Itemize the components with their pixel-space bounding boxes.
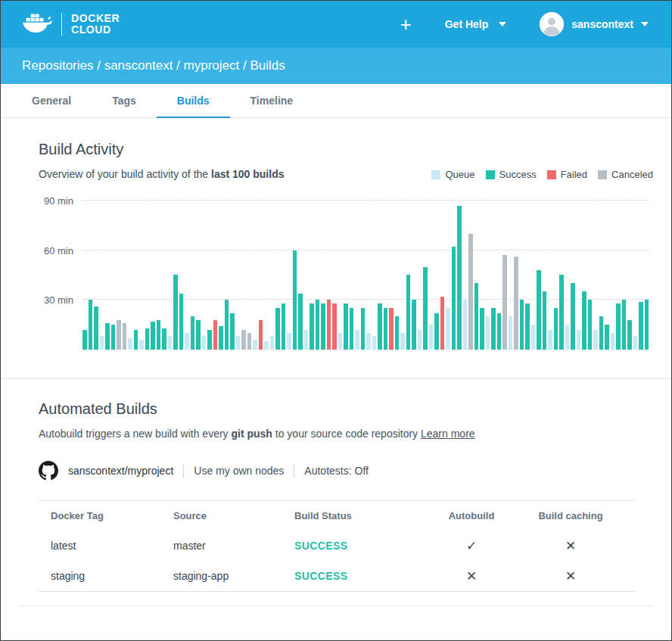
chart-bar-queue <box>355 330 359 350</box>
build-activity-chart: 90 min 60 min 30 min <box>39 192 653 350</box>
table-row[interactable]: latest master SUCCESS ✓ ✕ <box>39 531 635 561</box>
chart-bar-success <box>412 300 416 350</box>
source-repo-row: sanscontext/myproject Use my own nodes A… <box>39 461 635 481</box>
subtitle-bold: last 100 builds <box>211 168 284 180</box>
chart-bar-success <box>434 313 439 350</box>
get-help-label: Get Help <box>445 18 489 30</box>
chart-bar-success <box>191 316 195 350</box>
chart-bar-queue <box>236 336 241 350</box>
col-build-caching: Build caching <box>514 510 627 521</box>
chart-bar-success <box>89 300 93 350</box>
desc-suffix: to your source code repository <box>272 428 421 440</box>
chevron-down-icon <box>641 22 649 26</box>
automated-builds-title: Automated Builds <box>39 400 635 418</box>
chart-bar-success <box>344 303 348 350</box>
build-activity-title: Build Activity <box>39 141 653 158</box>
chart-bar-success <box>497 313 502 350</box>
docker-whale-icon <box>20 11 52 38</box>
user-menu[interactable]: sanscontext <box>540 12 649 36</box>
chart-bar-success <box>105 323 110 350</box>
col-source: Source <box>173 510 294 521</box>
tab-general[interactable]: General <box>11 84 92 118</box>
subtitle-prefix: Overview of your build activity of the <box>39 168 211 180</box>
table-row[interactable]: staging staging-app SUCCESS ✕ ✕ <box>39 561 635 591</box>
chart-bar-success <box>230 313 235 350</box>
repo-name[interactable]: sanscontext/myproject <box>68 465 173 477</box>
chart-bar-success <box>196 320 201 350</box>
get-help-menu[interactable]: Get Help <box>445 18 507 30</box>
docker-tag-cell: latest <box>51 540 173 552</box>
chart-bar-queue <box>270 336 275 350</box>
col-autobuild: Autobuild <box>429 510 514 521</box>
chart-bar-success <box>173 275 178 350</box>
brand-line2: CLOUD <box>71 24 120 36</box>
build-caching-cross-icon[interactable]: ✕ <box>514 568 627 584</box>
builds-table: Docker Tag Source Build Status Autobuild… <box>39 500 635 592</box>
chart-bar-success <box>474 283 479 350</box>
chart-bar-success <box>622 300 627 350</box>
chart-bar-canceled <box>247 333 252 350</box>
chart-bar-queue <box>446 308 450 350</box>
chart-bar-failed <box>332 303 337 350</box>
chart-bar-queue <box>429 325 434 350</box>
tab-bar: General Tags Builds Timeline <box>1 84 671 118</box>
topbar-actions: + Get Help sanscontext <box>400 12 649 36</box>
chart-bar-success <box>134 330 138 350</box>
chart-bar-queue <box>565 325 570 350</box>
build-status-cell: SUCCESS <box>294 540 429 552</box>
chart-bar-queue <box>611 333 615 350</box>
source-cell: master <box>173 540 294 552</box>
chart-bar-success <box>639 302 643 350</box>
chart-bar-success <box>452 247 456 350</box>
chart-bar-success <box>605 325 609 350</box>
legend-swatch <box>598 170 607 179</box>
chart-bar-success <box>82 330 87 350</box>
chart-bar-queue <box>128 338 132 350</box>
automated-builds-section: Automated Builds Autobuild triggers a ne… <box>1 379 671 592</box>
chart-bar-success <box>520 300 524 350</box>
y-tick-90: 90 min <box>39 195 73 207</box>
chart-bar-queue <box>509 316 513 350</box>
chart-bar-queue <box>304 330 309 350</box>
chart-bar-canceled <box>241 330 246 350</box>
chart-bar-success <box>282 303 286 350</box>
bottom-divider <box>19 605 653 606</box>
chart-bar-success <box>219 326 223 350</box>
chart-bar-success <box>480 308 484 350</box>
chart-bar-success <box>457 206 462 350</box>
y-tick-60: 60 min <box>39 245 73 257</box>
col-docker-tag: Docker Tag <box>51 510 173 521</box>
chart-bar-failed <box>259 320 263 350</box>
y-tick-30: 30 min <box>39 294 73 306</box>
chart-bar-success <box>554 308 558 350</box>
col-build-status: Build Status <box>294 510 429 521</box>
tab-builds[interactable]: Builds <box>157 84 230 118</box>
docker-cloud-logo[interactable]: DOCKER CLOUD <box>20 11 120 38</box>
autobuild-cross-icon[interactable]: ✕ <box>429 568 514 584</box>
chart-bar-failed <box>213 320 218 350</box>
docker-tag-cell: staging <box>51 570 173 582</box>
chart-bar-success <box>627 320 632 350</box>
autotests-status[interactable]: Autotests: Off <box>304 465 369 477</box>
chart-bar-success <box>588 300 593 350</box>
build-caching-cross-icon[interactable]: ✕ <box>514 538 627 554</box>
automated-builds-description: Autobuild triggers a new build with ever… <box>39 428 635 440</box>
breadcrumb[interactable]: Repositories / sanscontext / myproject /… <box>22 58 285 73</box>
chart-bar-queue <box>264 341 269 350</box>
desc-bold: git push <box>231 428 272 440</box>
chart-bar-success <box>423 267 428 350</box>
chart-bar-queue <box>139 340 144 350</box>
use-own-nodes-link[interactable]: Use my own nodes <box>194 465 284 477</box>
legend-item: Success <box>486 169 537 180</box>
chart-bar-queue <box>168 336 173 350</box>
chart-bar-failed <box>389 308 394 350</box>
tab-timeline[interactable]: Timeline <box>230 84 314 118</box>
brand-line1: DOCKER <box>71 13 120 24</box>
learn-more-link[interactable]: Learn more <box>421 428 475 440</box>
autobuild-check-icon[interactable]: ✓ <box>429 538 514 554</box>
create-plus-button[interactable]: + <box>400 14 412 34</box>
tab-tags[interactable]: Tags <box>92 84 157 118</box>
legend-swatch <box>547 170 556 179</box>
chart-bar-success <box>395 316 400 350</box>
chart-bar-success <box>293 250 297 350</box>
